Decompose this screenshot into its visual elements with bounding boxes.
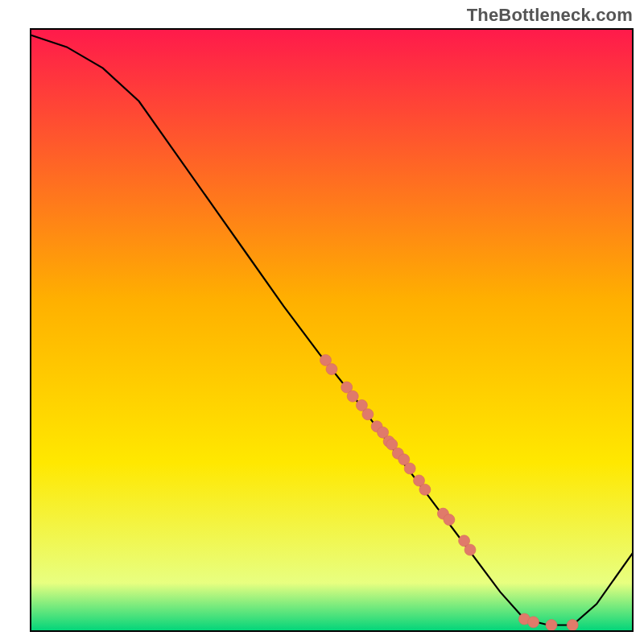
data-point — [362, 409, 374, 420]
data-point — [464, 544, 476, 555]
chart-container: TheBottleneck.com — [0, 0, 644, 644]
data-point — [528, 617, 539, 628]
data-point — [404, 463, 415, 474]
data-point — [419, 484, 431, 495]
data-point — [444, 514, 455, 526]
data-point — [347, 390, 358, 402]
watermark-text: TheBottleneck.com — [467, 5, 633, 26]
data-point — [546, 620, 557, 631]
chart-plot — [0, 0, 644, 644]
plot-background — [31, 29, 633, 631]
data-point — [567, 620, 578, 631]
data-point — [326, 364, 337, 375]
